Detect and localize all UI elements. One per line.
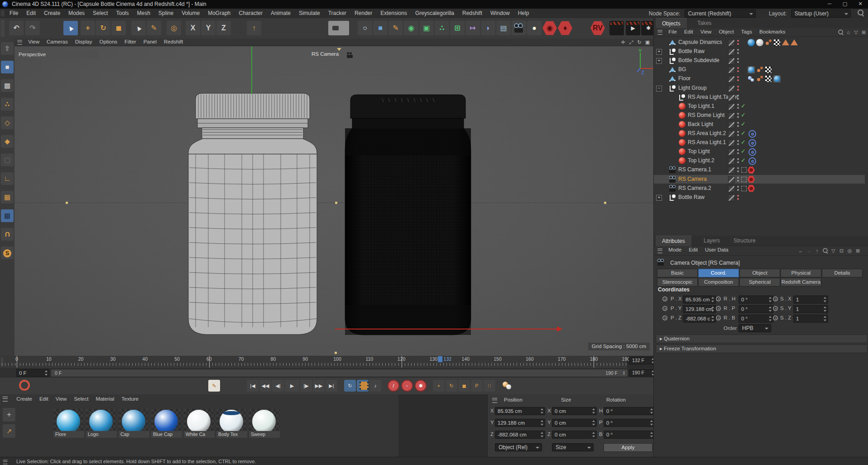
- tree-row-bottle-subdevide[interactable]: +Bottle Subdevide: [654, 56, 865, 65]
- field-r-b[interactable]: 0 °: [739, 315, 773, 323]
- mat-blue-tag-icon[interactable]: [748, 39, 755, 46]
- enabled-check-icon[interactable]: ✓: [741, 148, 746, 155]
- visibility-dots-icon[interactable]: [737, 158, 739, 160]
- key-parameter-icon[interactable]: P: [471, 380, 483, 392]
- goto-end-icon[interactable]: ▶|: [326, 380, 337, 392]
- field-radio[interactable]: [662, 296, 667, 301]
- expander-icon[interactable]: +: [656, 195, 662, 201]
- expander-icon[interactable]: −: [656, 86, 662, 92]
- plane-handle-dot[interactable]: [335, 352, 337, 354]
- plane-handle-dot[interactable]: [604, 202, 606, 204]
- uvw-tag-icon[interactable]: [765, 75, 772, 82]
- field-s-z[interactable]: 1: [793, 315, 828, 323]
- menu-mograph[interactable]: MoGraph: [204, 9, 235, 16]
- zoom-view-icon[interactable]: ⤢: [628, 39, 635, 45]
- coord-system-icon[interactable]: ↑: [247, 21, 261, 35]
- tree-row-top-light[interactable]: Top Light✓: [654, 147, 865, 156]
- tab-objects[interactable]: Objects: [656, 18, 687, 29]
- add-field-icon[interactable]: ◗: [481, 21, 495, 35]
- material-menu-material[interactable]: Material: [92, 395, 118, 402]
- spinner-icon[interactable]: [711, 297, 715, 302]
- status-menu-icon[interactable]: [3, 460, 8, 465]
- attr-tab-composition[interactable]: Composition: [698, 278, 739, 286]
- coordinates-menu-icon[interactable]: [492, 398, 497, 403]
- field-radio[interactable]: [773, 306, 778, 311]
- render-active-view-icon[interactable]: [609, 21, 624, 35]
- material-blue-cap[interactable]: Blue Cap: [151, 409, 182, 438]
- rscam-tag-icon[interactable]: [748, 185, 755, 192]
- add-null-icon[interactable]: ○: [358, 21, 372, 35]
- point-mode-icon[interactable]: ∴: [1, 98, 14, 111]
- material-menu-texture[interactable]: Texture: [118, 395, 142, 402]
- spinner-icon[interactable]: [768, 316, 772, 321]
- rotate-tool-icon[interactable]: ↻: [96, 21, 110, 35]
- material-menu-view[interactable]: View: [52, 395, 71, 402]
- goto-start-icon[interactable]: |◀: [247, 380, 259, 392]
- attr-menu-mode[interactable]: Mode: [665, 246, 685, 252]
- om-menu-edit[interactable]: Edit: [681, 28, 697, 34]
- undo-icon[interactable]: ↶: [9, 21, 24, 35]
- menu-create[interactable]: Create: [40, 9, 64, 16]
- tree-row-rs-camera-1[interactable]: RS Camera.1: [654, 165, 865, 174]
- menu-redshift[interactable]: Redshift: [458, 9, 486, 16]
- rotate-view-icon[interactable]: ↻: [636, 39, 643, 45]
- visibility-dots-icon[interactable]: [737, 58, 739, 60]
- plane-handle-dot[interactable]: [66, 202, 68, 204]
- attr-menu-edit[interactable]: Edit: [685, 246, 701, 252]
- viewport-menu-cameras[interactable]: Cameras: [43, 39, 72, 44]
- layer-toggle-icon[interactable]: [728, 176, 735, 183]
- tab-takes[interactable]: Takes: [691, 18, 718, 28]
- enabled-check-icon[interactable]: ✓: [741, 157, 746, 164]
- add-spline-icon[interactable]: ✎: [388, 21, 403, 35]
- visibility-dots-icon[interactable]: [737, 113, 739, 115]
- spinner-icon[interactable]: [592, 432, 596, 437]
- coord-field-size-y[interactable]: 0 cm: [552, 419, 597, 427]
- viewport-menu-filter[interactable]: Filter: [121, 39, 140, 44]
- add-extrude-icon[interactable]: ▣: [419, 21, 434, 35]
- maximize-button[interactable]: ▢: [837, 0, 853, 9]
- visibility-dots-icon[interactable]: [737, 167, 739, 169]
- viewport-menu-redshift[interactable]: Redshift: [160, 39, 187, 44]
- search-icon[interactable]: [858, 10, 863, 15]
- attr-tab-coord[interactable]: Coord.: [698, 269, 739, 277]
- coord-field-size-x[interactable]: 0 cm: [552, 407, 597, 415]
- om-search-icon[interactable]: [837, 29, 844, 35]
- om-menu-bookmarks[interactable]: Bookmarks: [756, 28, 789, 34]
- menu-character[interactable]: Character: [235, 9, 267, 16]
- rscam-tag-icon[interactable]: [748, 166, 755, 174]
- add-deformer-icon[interactable]: ↦: [465, 21, 480, 35]
- menu-file[interactable]: File: [5, 9, 22, 16]
- expander-icon[interactable]: +: [656, 49, 662, 55]
- tree-row-rs-camera[interactable]: RS Camera: [654, 175, 865, 184]
- visibility-dots-icon[interactable]: [737, 49, 739, 51]
- end-frame-field[interactable]: 190 F: [629, 369, 656, 377]
- material-sweep[interactable]: Sweep: [249, 409, 280, 438]
- render-picture-viewer-icon[interactable]: ▶: [626, 21, 640, 35]
- tree-row-bg[interactable]: BG: [654, 65, 865, 74]
- next-frame-icon[interactable]: |▶: [300, 380, 312, 392]
- mat-blue-box-tag-icon[interactable]: [773, 75, 781, 82]
- attr-tab-object[interactable]: Object: [739, 269, 780, 277]
- menu-tools[interactable]: Tools: [112, 9, 133, 16]
- coord-field-rotation-p[interactable]: 0 °: [604, 419, 655, 427]
- minimize-button[interactable]: ─: [822, 0, 837, 9]
- expander-icon[interactable]: +: [656, 58, 662, 64]
- model-mode-icon[interactable]: ■: [1, 61, 14, 73]
- attr-tab-stereoscopic[interactable]: Stereoscopic: [657, 278, 698, 286]
- target-tag-icon[interactable]: [748, 130, 756, 138]
- attr-back-icon[interactable]: ←: [797, 247, 805, 254]
- sound-toggle-icon[interactable]: ♪: [369, 380, 381, 392]
- material-menu-create[interactable]: Create: [13, 395, 36, 402]
- key-scale-icon[interactable]: ◼: [458, 380, 470, 392]
- enabled-check-icon[interactable]: ✓: [741, 139, 746, 145]
- target-tag-icon[interactable]: [748, 139, 756, 147]
- viewport-menu-display[interactable]: Display: [72, 39, 96, 44]
- viewport-menu-options[interactable]: Options: [96, 39, 121, 44]
- layer-toggle-icon[interactable]: [728, 48, 735, 55]
- menu-greyscalegorilla[interactable]: Greyscalegorilla: [411, 9, 458, 16]
- spinner-icon[interactable]: [540, 420, 544, 426]
- autokey-toggle-icon[interactable]: ◦: [401, 380, 413, 392]
- phong-tag-icon[interactable]: [756, 66, 763, 73]
- camera-view-toggle-icon[interactable]: [741, 167, 747, 173]
- target-tag-icon[interactable]: [748, 148, 756, 156]
